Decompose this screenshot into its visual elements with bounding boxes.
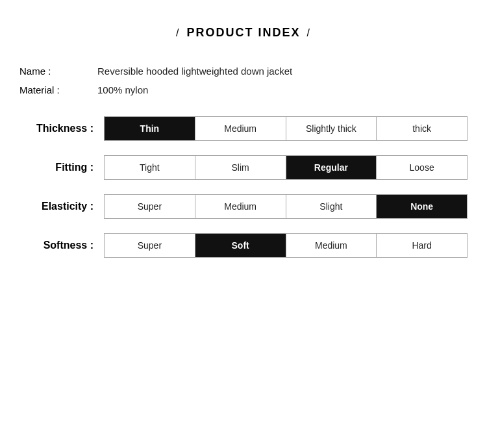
option-0-2[interactable]: Slightly thick xyxy=(286,117,377,140)
option-1-0[interactable]: Tight xyxy=(105,156,195,179)
option-0-3[interactable]: thick xyxy=(377,117,467,140)
slash-left: / xyxy=(176,27,180,39)
index-options-3: SuperSoftMediumHard xyxy=(104,233,468,258)
product-info: Name : Reversible hooded lightweighted d… xyxy=(19,66,468,103)
page-title: / PRODUCT INDEX / xyxy=(176,26,311,40)
option-0-0[interactable]: Thin xyxy=(105,117,195,140)
index-label-2: Elasticity : xyxy=(19,201,104,212)
slash-right: / xyxy=(307,27,311,39)
name-label: Name : xyxy=(19,66,97,77)
name-value: Reversible hooded lightweighted down jac… xyxy=(97,66,292,77)
index-label-1: Fitting : xyxy=(19,162,104,173)
index-options-1: TightSlimRegularLoose xyxy=(104,155,468,180)
option-1-1[interactable]: Slim xyxy=(195,156,286,179)
title-text: PRODUCT INDEX xyxy=(186,26,300,40)
index-row-3: Softness :SuperSoftMediumHard xyxy=(19,233,468,258)
option-3-1[interactable]: Soft xyxy=(195,234,286,257)
material-value: 100% nylon xyxy=(97,84,148,95)
option-2-3[interactable]: None xyxy=(377,195,467,218)
option-2-0[interactable]: Super xyxy=(105,195,195,218)
option-3-2[interactable]: Medium xyxy=(286,234,377,257)
option-3-0[interactable]: Super xyxy=(105,234,195,257)
index-row-0: Thickness :ThinMediumSlightly thickthick xyxy=(19,116,468,141)
index-options-0: ThinMediumSlightly thickthick xyxy=(104,116,468,141)
option-2-2[interactable]: Slight xyxy=(286,195,377,218)
index-options-2: SuperMediumSlightNone xyxy=(104,194,468,219)
name-row: Name : Reversible hooded lightweighted d… xyxy=(19,66,468,77)
index-label-3: Softness : xyxy=(19,240,104,251)
option-1-2[interactable]: Regular xyxy=(286,156,377,179)
option-0-1[interactable]: Medium xyxy=(195,117,286,140)
option-3-3[interactable]: Hard xyxy=(377,234,467,257)
index-section: Thickness :ThinMediumSlightly thickthick… xyxy=(19,116,468,272)
index-row-1: Fitting :TightSlimRegularLoose xyxy=(19,155,468,180)
option-1-3[interactable]: Loose xyxy=(377,156,467,179)
index-row-2: Elasticity :SuperMediumSlightNone xyxy=(19,194,468,219)
material-label: Material : xyxy=(19,84,97,95)
index-label-0: Thickness : xyxy=(19,123,104,134)
option-2-1[interactable]: Medium xyxy=(195,195,286,218)
material-row: Material : 100% nylon xyxy=(19,84,468,95)
